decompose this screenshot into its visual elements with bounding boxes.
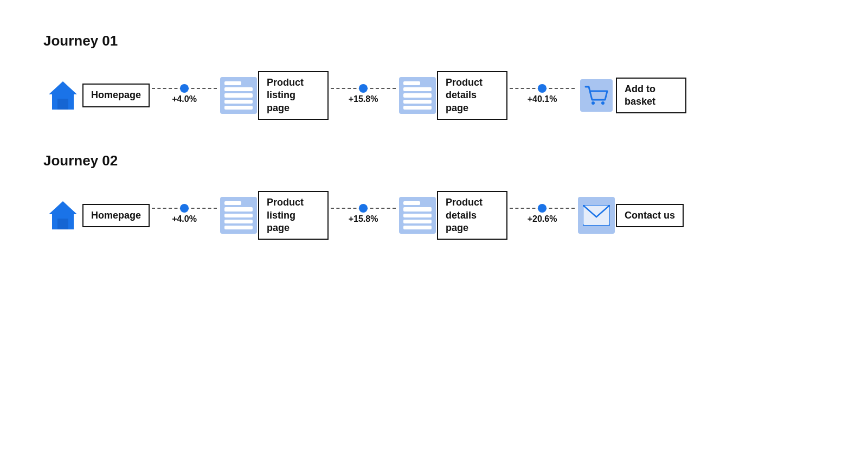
product-details-2-icon xyxy=(398,196,437,235)
svg-rect-3 xyxy=(580,79,613,112)
c2-2-pct: +15.8% xyxy=(349,214,378,224)
journey-01-flow: Homepage+4.0%Product listing page+15.8%P… xyxy=(43,71,825,120)
homepage-2-label: Homepage xyxy=(82,204,150,227)
journey-02: Journey 02 Homepage+4.0%Product listing … xyxy=(43,152,825,240)
journey-02-title: Journey 02 xyxy=(43,152,825,169)
svg-point-4 xyxy=(591,101,595,105)
product-listing-1: Product listing page xyxy=(219,71,329,120)
c1-2-pct: +15.8% xyxy=(349,94,378,104)
svg-rect-8 xyxy=(57,219,68,229)
homepage-2-icon xyxy=(43,196,82,235)
product-details-1-icon xyxy=(398,76,437,115)
contact-us-2-label: Contact us xyxy=(616,204,684,227)
product-listing-2: Product listing page xyxy=(219,191,329,240)
product-listing-1-icon xyxy=(219,76,258,115)
homepage-1-icon xyxy=(43,76,82,115)
c1-3-pct: +40.1% xyxy=(528,94,557,104)
journey-01: Journey 01 Homepage+4.0%Product listing … xyxy=(43,33,825,120)
product-listing-2-icon xyxy=(219,196,258,235)
c2-3: +20.6% xyxy=(510,207,575,224)
product-details-2-label: Product details page xyxy=(437,191,507,240)
journey-02-flow: Homepage+4.0%Product listing page+15.8%P… xyxy=(43,191,825,240)
c2-1: +4.0% xyxy=(152,207,217,224)
product-details-1: Product details page xyxy=(398,71,507,120)
homepage-1: Homepage xyxy=(43,76,150,115)
contact-us-2: Contact us xyxy=(577,196,684,235)
product-details-2: Product details page xyxy=(398,191,507,240)
svg-rect-2 xyxy=(57,99,68,110)
homepage-2: Homepage xyxy=(43,196,150,235)
c2-1-pct: +4.0% xyxy=(172,214,197,224)
add-basket-1: Add to basket xyxy=(577,76,686,115)
c1-1-pct: +4.0% xyxy=(172,94,197,104)
homepage-1-label: Homepage xyxy=(82,84,150,107)
product-listing-2-label: Product listing page xyxy=(258,191,329,240)
contact-us-2-icon xyxy=(577,196,616,235)
add-basket-1-icon xyxy=(577,76,616,115)
page-container: Journey 01 Homepage+4.0%Product listing … xyxy=(0,0,868,305)
c2-2: +15.8% xyxy=(331,207,396,224)
c2-3-pct: +20.6% xyxy=(528,214,557,224)
c1-2: +15.8% xyxy=(331,87,396,104)
add-basket-1-label: Add to basket xyxy=(616,78,686,114)
c1-1: +4.0% xyxy=(152,87,217,104)
product-details-1-label: Product details page xyxy=(437,71,507,120)
svg-point-5 xyxy=(601,101,605,105)
c1-3: +40.1% xyxy=(510,87,575,104)
journey-01-title: Journey 01 xyxy=(43,33,825,49)
product-listing-1-label: Product listing page xyxy=(258,71,329,120)
